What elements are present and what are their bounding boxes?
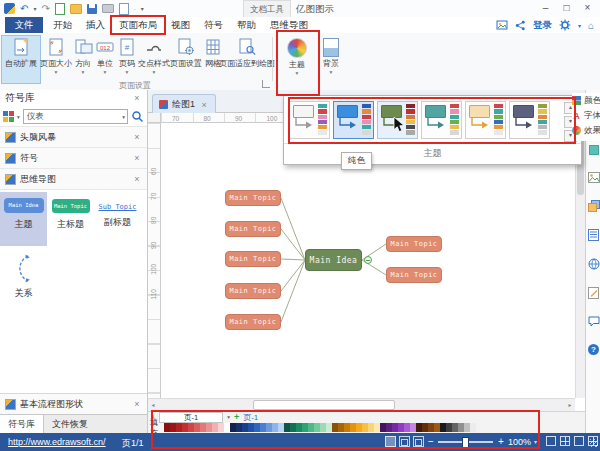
ribbon-button[interactable]: #页码▾ xyxy=(116,36,138,83)
layers-icon[interactable] xyxy=(588,200,600,212)
collapse-branch-icon[interactable] xyxy=(364,256,372,264)
ribbon-button[interactable]: 页面设置 xyxy=(170,36,202,83)
tab-symbol-library[interactable]: 符号库 xyxy=(0,415,44,433)
file-menu-button[interactable]: 文件 xyxy=(5,17,43,33)
undo-caret-icon[interactable]: ▾ xyxy=(33,5,36,12)
ribbon-button[interactable]: 页面大小▾ xyxy=(40,36,72,83)
save-icon[interactable] xyxy=(87,4,97,14)
mindmap-topic-node[interactable]: Main Topic xyxy=(225,251,281,267)
mindmap-topic-node[interactable]: Main Topic xyxy=(386,236,442,252)
fit-page-icon[interactable] xyxy=(546,436,556,446)
mindmap-topic-node[interactable]: Main Topic xyxy=(225,314,281,330)
help-icon[interactable]: ? xyxy=(588,344,599,355)
search-history-caret-icon[interactable]: ▾ xyxy=(122,114,125,120)
group-expander-icon[interactable] xyxy=(262,80,270,88)
minimize-button[interactable]: – xyxy=(535,0,556,16)
ribbon-button[interactable]: 交点样式▾ xyxy=(138,36,170,83)
normal-view-icon[interactable] xyxy=(385,436,396,447)
scroll-right-icon[interactable]: ► xyxy=(565,402,575,408)
export-icon[interactable] xyxy=(119,3,129,15)
ribbon-button[interactable]: 自动扩展 xyxy=(2,36,40,83)
horizontal-scroll-thumb[interactable] xyxy=(253,400,395,410)
menu-tab[interactable]: 帮助 xyxy=(230,17,263,33)
edit-document-icon[interactable] xyxy=(588,287,599,299)
font-option[interactable]: A 字体 ▾ xyxy=(572,108,600,123)
symbol-main-topic[interactable]: Main Topic 主标题 xyxy=(47,192,94,246)
library-picker-caret-icon[interactable]: ▾ xyxy=(17,114,20,120)
presentation-view-icon[interactable] xyxy=(413,436,424,447)
theme-thumbnail[interactable] xyxy=(465,101,506,139)
login-button[interactable]: 登录 xyxy=(533,19,552,32)
zoom-caret-icon[interactable]: ▾ xyxy=(534,438,537,445)
library-picker-icon[interactable] xyxy=(3,111,14,122)
open-folder-icon[interactable] xyxy=(70,4,82,14)
tab-file-recovery[interactable]: 文件恢复 xyxy=(44,415,96,433)
add-page-button[interactable]: + xyxy=(234,412,239,422)
share-icon[interactable] xyxy=(515,20,526,31)
menu-tab[interactable]: 视图 xyxy=(164,17,197,33)
close-button[interactable]: × xyxy=(577,0,598,16)
menu-tab[interactable]: 页面布局 xyxy=(112,17,164,33)
effects-option[interactable]: 效果 ▾ xyxy=(572,123,600,138)
symbol-library-close-icon[interactable]: × xyxy=(132,93,142,103)
search-icon[interactable] xyxy=(131,110,144,123)
mindmap-topic-node[interactable]: Main Topic xyxy=(386,267,442,283)
menu-tab[interactable]: 插入 xyxy=(79,17,112,33)
print-icon[interactable] xyxy=(102,4,114,13)
theme-thumbnail[interactable] xyxy=(333,101,374,139)
screenshot-icon[interactable] xyxy=(496,19,508,31)
library-section-header[interactable]: 思维导图 × xyxy=(0,168,147,190)
horizontal-scroll-track[interactable] xyxy=(158,399,565,411)
symbol-main-idea[interactable]: Main Idea 主题 xyxy=(0,192,47,246)
gear-caret-icon[interactable]: ▾ xyxy=(578,22,581,29)
new-document-icon[interactable] xyxy=(55,3,65,15)
library-section-header[interactable]: 符号 × xyxy=(0,147,147,169)
scroll-left-icon[interactable]: ◄ xyxy=(148,402,158,408)
symbol-sub-topic[interactable]: Sub Topic 副标题 xyxy=(94,192,141,246)
ribbon-button[interactable]: 页面适应到绘图 xyxy=(224,36,270,83)
qat-more-caret-icon[interactable]: ▾ xyxy=(141,5,144,12)
flowchart-section-close-icon[interactable]: × xyxy=(132,399,142,409)
magnifier-icon[interactable] xyxy=(574,436,584,446)
redo-icon[interactable]: ↷ xyxy=(41,3,49,14)
symbol-relationship[interactable]: 关系 xyxy=(0,246,47,300)
theme-button[interactable]: 主题 ▾ xyxy=(277,36,317,86)
library-section-close-icon[interactable]: × xyxy=(132,174,142,184)
palette-swatch[interactable] xyxy=(470,423,476,432)
zoom-slider-thumb[interactable] xyxy=(462,437,469,449)
horizontal-scrollbar[interactable]: ◄ ► xyxy=(148,398,575,411)
page-tab[interactable]: 页-1 xyxy=(159,412,223,423)
document-tab[interactable]: 绘图1 × xyxy=(152,94,216,114)
symbol-search-input[interactable] xyxy=(23,109,128,124)
gear-icon[interactable] xyxy=(559,19,571,31)
zoom-slider[interactable] xyxy=(438,441,493,443)
theme-caret-icon[interactable]: ▾ xyxy=(296,70,299,76)
document-tab-close-icon[interactable]: × xyxy=(199,100,209,110)
home-icon[interactable]: ⌂ xyxy=(588,20,594,31)
background-button[interactable]: 背景 ▾ xyxy=(317,36,345,86)
notes-icon[interactable] xyxy=(588,229,599,241)
mindmap-center-node[interactable]: Main Idea xyxy=(305,249,362,271)
picture-icon[interactable] xyxy=(588,172,600,183)
theme-thumbnail[interactable] xyxy=(509,101,550,139)
theme-thumbnail[interactable] xyxy=(289,101,330,139)
mindmap-topic-node[interactable]: Main Topic xyxy=(225,221,281,237)
globe-icon[interactable] xyxy=(588,258,600,270)
format-fill-icon[interactable] xyxy=(589,145,599,155)
flowchart-section-header[interactable]: 基本流程图形状 × xyxy=(0,393,147,414)
page-list-caret-icon[interactable]: ▾ xyxy=(227,414,230,420)
zoom-in-button[interactable]: + xyxy=(498,436,504,447)
menu-tab[interactable]: 符号 xyxy=(197,17,230,33)
menu-tab[interactable]: 思维导图 xyxy=(263,17,315,33)
library-section-close-icon[interactable]: × xyxy=(132,132,142,142)
undo-icon[interactable]: ↶ xyxy=(20,3,28,14)
ribbon-button[interactable]: 012单位▾ xyxy=(94,36,116,83)
library-section-close-icon[interactable]: × xyxy=(132,153,142,163)
menu-tab[interactable]: 开始 xyxy=(46,17,79,33)
mindmap-topic-node[interactable]: Main Topic xyxy=(225,283,281,299)
mindmap-topic-node[interactable]: Main Topic xyxy=(225,190,281,206)
library-section-header[interactable]: 头脑风暴 × xyxy=(0,126,147,148)
theme-thumbnail[interactable] xyxy=(421,101,462,139)
colors-option[interactable]: 颜色 ▾ xyxy=(572,93,600,108)
page-view-icon[interactable] xyxy=(399,436,410,447)
